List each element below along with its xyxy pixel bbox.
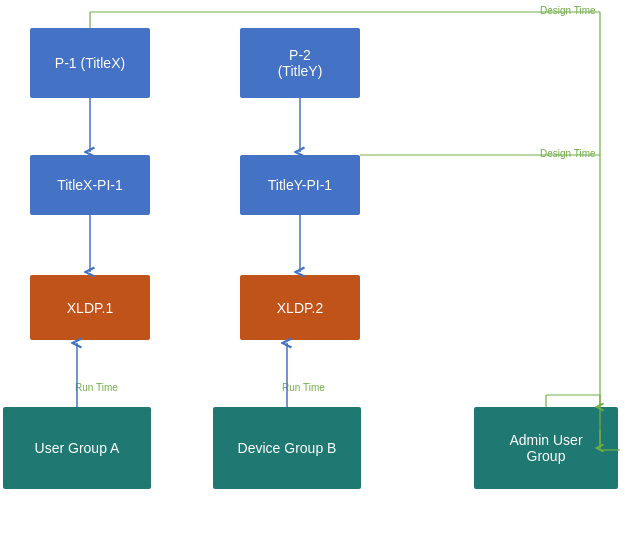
node-titley-pi1-label: TitleY-PI-1: [268, 177, 332, 193]
node-device-group-b-label: Device Group B: [238, 440, 337, 456]
node-admin-user-group: Admin UserGroup: [474, 407, 618, 489]
node-user-group-a: User Group A: [3, 407, 151, 489]
node-p2-label: P-2(TitleY): [278, 47, 323, 79]
node-p2: P-2(TitleY): [240, 28, 360, 98]
node-p1-label: P-1 (TitleX): [55, 55, 125, 71]
design-time-top-label: Design Time: [540, 5, 596, 16]
node-user-group-a-label: User Group A: [35, 440, 120, 456]
node-device-group-b: Device Group B: [213, 407, 361, 489]
node-xldp2-label: XLDP.2: [277, 300, 323, 316]
node-titlex-pi1: TitleX-PI-1: [30, 155, 150, 215]
node-xldp1: XLDP.1: [30, 275, 150, 340]
run-time-left-label: Run Time: [75, 382, 118, 393]
run-time-right-label: Run Time: [282, 382, 325, 393]
node-titley-pi1: TitleY-PI-1: [240, 155, 360, 215]
node-xldp2: XLDP.2: [240, 275, 360, 340]
node-titlex-pi1-label: TitleX-PI-1: [57, 177, 123, 193]
node-admin-user-group-label: Admin UserGroup: [509, 432, 582, 464]
node-p1: P-1 (TitleX): [30, 28, 150, 98]
diagram: P-1 (TitleX) P-2(TitleY) TitleX-PI-1 Tit…: [0, 0, 625, 548]
design-time-mid-label: Design Time: [540, 148, 596, 159]
node-xldp1-label: XLDP.1: [67, 300, 113, 316]
